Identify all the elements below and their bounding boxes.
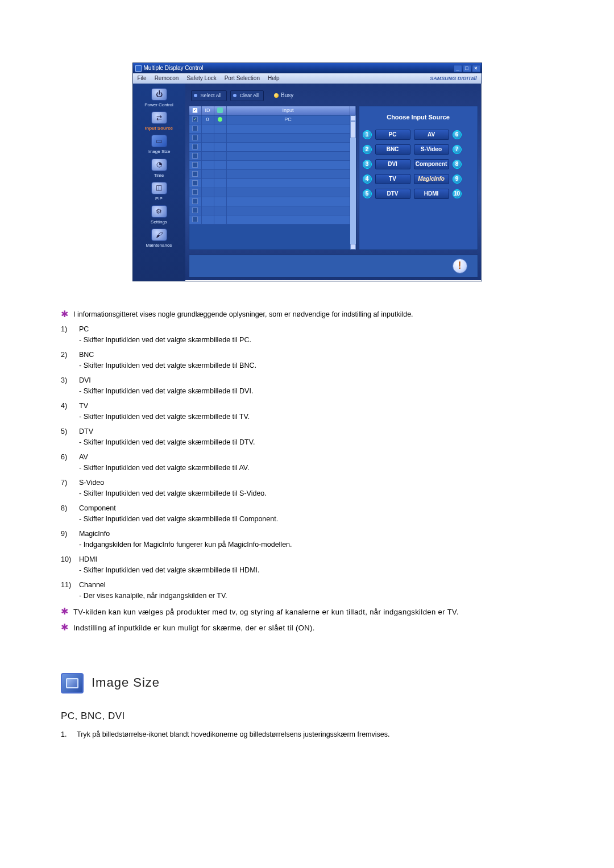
grid-row[interactable] xyxy=(189,188,356,197)
row-checkbox-cell[interactable] xyxy=(189,179,202,188)
sidebar-item-settings[interactable]: ⚙ Settings xyxy=(135,204,183,226)
grid-row[interactable] xyxy=(189,152,356,161)
row-checkbox-cell[interactable] xyxy=(189,197,202,206)
list-item-label: S-Video xyxy=(79,478,566,488)
input-source-tv-button[interactable]: TV xyxy=(375,174,410,184)
list-item-desc: - Skifter Inputkilden ved det valgte skæ… xyxy=(79,514,566,525)
row-checkbox[interactable] xyxy=(192,153,198,159)
sidebar-item-pip[interactable]: ◫ PIP xyxy=(135,181,183,203)
main-area: Select All Clear All Busy ✓ ID Input xyxy=(185,84,482,281)
input-source-svideo-button[interactable]: S-Video xyxy=(414,144,449,155)
list-item: 3)DVI- Skifter Inputkilden ved det valgt… xyxy=(61,376,566,397)
select-all-button[interactable]: Select All xyxy=(191,90,227,101)
list-item-desc: - Indgangskilden for MagicInfo fungerer … xyxy=(79,540,566,550)
menu-port-selection[interactable]: Port Selection xyxy=(225,74,260,82)
row-input-cell xyxy=(227,197,350,206)
grid-row[interactable] xyxy=(189,143,356,152)
grid-row[interactable] xyxy=(189,215,356,225)
clear-all-button[interactable]: Clear All xyxy=(230,90,264,101)
grid-row[interactable] xyxy=(189,124,356,134)
row-checkbox-cell[interactable] xyxy=(189,115,202,124)
row-checkbox[interactable] xyxy=(192,144,198,149)
callout-badge-5: 5 xyxy=(363,189,372,198)
input-source-icon: ⇄ xyxy=(151,111,167,124)
menu-file[interactable]: File xyxy=(138,74,147,82)
sidebar-item-power-control[interactable]: ⏻ Power Control xyxy=(135,87,183,109)
row-checkbox-cell[interactable] xyxy=(189,215,202,224)
menu-remocon[interactable]: Remocon xyxy=(155,74,179,82)
scroll-thumb[interactable] xyxy=(350,121,356,138)
row-checkbox[interactable] xyxy=(192,171,198,177)
input-source-bnc-button[interactable]: BNC xyxy=(375,144,410,155)
menu-help[interactable]: Help xyxy=(268,74,280,82)
menu-safety-lock[interactable]: Safety Lock xyxy=(186,74,216,82)
input-source-pc-button[interactable]: PC xyxy=(375,130,410,140)
grid-col-input: Input xyxy=(227,106,350,115)
star-note-2: Indstilling af inputkilde er kun muligt … xyxy=(73,623,315,633)
row-status-cell xyxy=(214,134,227,142)
row-id-cell xyxy=(202,197,214,206)
row-checkbox-cell[interactable] xyxy=(189,161,202,169)
row-status-cell xyxy=(214,152,227,160)
list-item-body: Component- Skifter Inputkilden ved det v… xyxy=(79,504,566,525)
sidebar-item-image-size[interactable]: ▭ Image Size xyxy=(135,134,183,156)
row-checkbox[interactable] xyxy=(192,217,198,222)
row-id-cell: 0 xyxy=(202,115,214,124)
row-checkbox[interactable] xyxy=(192,135,198,140)
grid-scrollbar[interactable] xyxy=(350,115,356,250)
list-item-body: BNC- Skifter Inputkilden ved det valgte … xyxy=(79,350,566,371)
list-item-number: 9) xyxy=(61,529,73,550)
scroll-down-icon[interactable] xyxy=(350,244,356,250)
sidebar-item-time[interactable]: ◔ Time xyxy=(135,157,183,180)
grid-row[interactable] xyxy=(189,170,356,179)
row-checkbox-cell[interactable] xyxy=(189,170,202,178)
row-id-cell xyxy=(202,134,214,142)
row-checkbox[interactable] xyxy=(192,189,198,195)
list-item-desc: - Skifter Inputkilden ved det valgte skæ… xyxy=(79,387,566,397)
row-input-cell xyxy=(227,143,350,151)
row-checkbox-cell[interactable] xyxy=(189,188,202,197)
row-checkbox-cell[interactable] xyxy=(189,206,202,215)
grid-row[interactable] xyxy=(189,134,356,143)
row-input-cell xyxy=(227,215,350,224)
row-checkbox-cell[interactable] xyxy=(189,152,202,160)
row-input-cell xyxy=(227,161,350,169)
grid-row[interactable] xyxy=(189,206,356,215)
input-source-component-button[interactable]: Component xyxy=(414,159,449,169)
row-checkbox[interactable] xyxy=(192,207,198,213)
list-item-number: 3) xyxy=(61,376,73,397)
input-source-hdmi-button[interactable]: HDMI xyxy=(414,189,449,199)
grid-row[interactable] xyxy=(189,197,356,206)
intro-text: I informationsgitteret vises nogle grund… xyxy=(73,310,413,320)
input-source-dtv-button[interactable]: DTV xyxy=(375,189,410,199)
list-item-desc: - Skifter Inputkilden ved det valgte skæ… xyxy=(79,438,566,448)
row-checkbox-cell[interactable] xyxy=(189,143,202,151)
row-checkbox[interactable] xyxy=(192,162,198,168)
callout-badge-10: 10 xyxy=(453,189,462,198)
row-id-cell xyxy=(202,124,214,133)
grid-row[interactable]: 0PC xyxy=(189,115,356,124)
row-checkbox[interactable] xyxy=(192,126,198,131)
grid-row[interactable] xyxy=(189,161,356,170)
input-source-magicinfo-button[interactable]: MagicInfo xyxy=(414,174,449,184)
grid-row[interactable] xyxy=(189,179,356,188)
sidebar-item-input-source[interactable]: ⇄ Input Source xyxy=(135,110,183,132)
callout-badge-3: 3 xyxy=(363,160,372,169)
settings-icon: ⚙ xyxy=(151,205,167,218)
list-item-desc: - Skifter Inputkilden ved det valgte skæ… xyxy=(79,335,566,346)
row-checkbox[interactable] xyxy=(192,198,198,204)
row-checkbox-cell[interactable] xyxy=(189,124,202,133)
window-minimize-button[interactable]: _ xyxy=(454,65,462,72)
window-close-button[interactable]: × xyxy=(472,65,480,72)
window-maximize-button[interactable]: □ xyxy=(463,65,471,72)
input-source-dvi-button[interactable]: DVI xyxy=(375,159,410,169)
row-checkbox[interactable] xyxy=(192,117,198,122)
row-checkbox[interactable] xyxy=(192,180,198,186)
row-checkbox-cell[interactable] xyxy=(189,134,202,142)
row-id-cell xyxy=(202,215,214,224)
input-source-av-button[interactable]: AV xyxy=(414,130,449,140)
check-all-icon[interactable]: ✓ xyxy=(192,107,198,113)
sidebar-item-maintenance[interactable]: 🖌 Maintenance xyxy=(135,227,183,250)
list-item-desc: - Der vises kanalpile, når indgangskilde… xyxy=(79,591,566,601)
scroll-up-icon[interactable] xyxy=(350,115,356,121)
